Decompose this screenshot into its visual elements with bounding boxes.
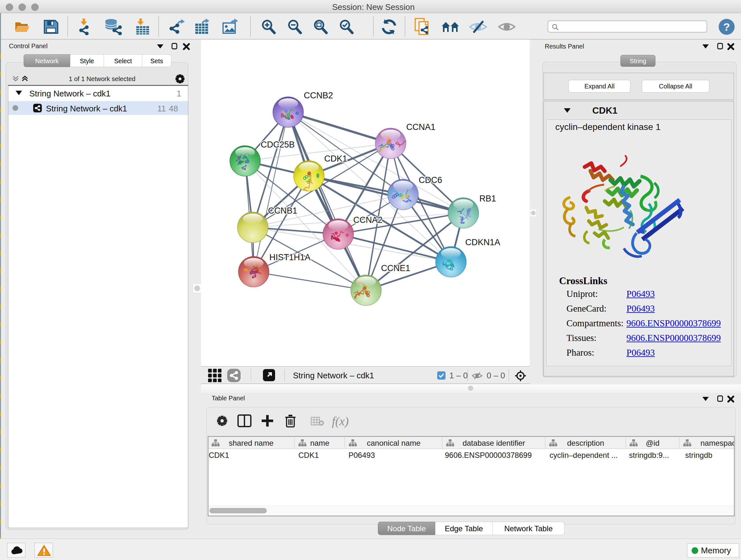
svg-text:CCNB2: CCNB2 bbox=[304, 91, 333, 100]
svg-text:CCNE1: CCNE1 bbox=[381, 263, 410, 273]
svg-text:CDKN1A: CDKN1A bbox=[465, 238, 500, 247]
svg-text:CDC25B: CDC25B bbox=[261, 140, 295, 149]
svg-text:HIST1H1A: HIST1H1A bbox=[269, 253, 311, 262]
svg-text:CDK1: CDK1 bbox=[324, 154, 347, 164]
svg-text:CCNB1: CCNB1 bbox=[268, 206, 297, 215]
svg-text:CCNA2: CCNA2 bbox=[353, 215, 383, 225]
svg-text:CCNA1: CCNA1 bbox=[406, 122, 435, 132]
svg-text:RB1: RB1 bbox=[479, 194, 496, 203]
svg-text:CDC6: CDC6 bbox=[419, 175, 442, 185]
